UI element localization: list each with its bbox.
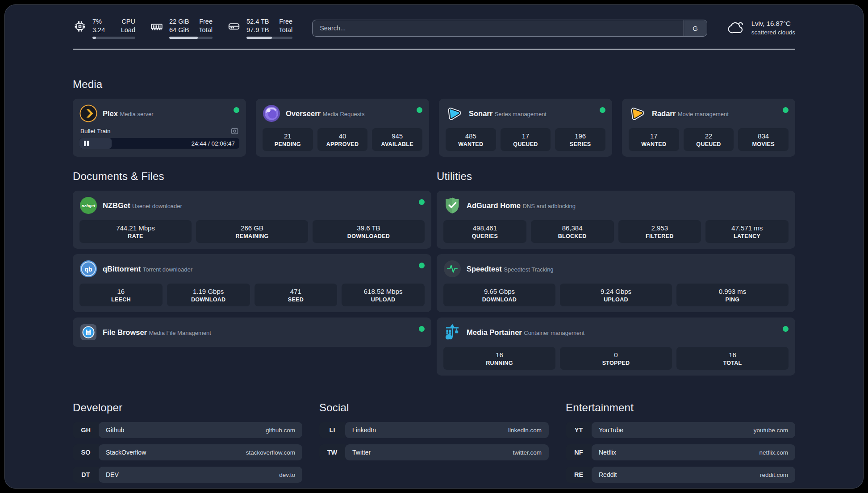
app-subtitle: DNS and adblocking: [522, 203, 576, 209]
now-playing-title: Bullet Train: [80, 128, 111, 134]
memory-icon: [150, 19, 164, 33]
stat-tile: 21 PENDING: [263, 128, 313, 151]
storage-widget: 52.4 TB 97.9 TB Free Total: [227, 17, 292, 39]
app-title: Radarr: [652, 109, 676, 117]
playback-progress-bar[interactable]: 24:44 / 02:06:47: [79, 138, 239, 149]
section-title-social: Social: [319, 401, 549, 414]
cloud-icon: [727, 19, 746, 38]
app-title: NZBGet: [103, 201, 130, 209]
stat-tile: 17 WANTED: [629, 128, 679, 151]
link-youtube[interactable]: YT YouTube youtube.com: [566, 422, 795, 438]
filebrowser-icon: [79, 323, 97, 341]
qbittorrent-icon: qb: [79, 260, 97, 278]
app-card-plex[interactable]: Plex Media server Bullet Train: [73, 99, 246, 157]
status-dot: [783, 326, 789, 332]
link-name: Twitter: [352, 449, 371, 456]
app-subtitle: Media File Management: [149, 330, 211, 336]
status-dot: [419, 326, 425, 332]
storage-total-value: 97.9 TB: [246, 26, 269, 34]
app-card-qbittorrent[interactable]: qb qBittorrent Torrent downloader 16: [73, 254, 431, 312]
link-name: StackOverflow: [106, 449, 146, 456]
link-abbr: YT: [566, 422, 592, 438]
section-media: Media Plex Media server: [73, 78, 795, 157]
svg-text:nzbget: nzbget: [82, 203, 96, 208]
app-subtitle: Torrent downloader: [143, 266, 192, 273]
stat-tile: 9.24 Gbps UPLOAD: [560, 284, 672, 306]
app-card-portainer[interactable]: Media Portainer Container management 16 …: [437, 318, 795, 376]
link-name: Github: [106, 426, 124, 434]
search-engine-button[interactable]: G: [684, 20, 707, 36]
stat-tile: 16 LEECH: [79, 284, 163, 306]
overseerr-icon: [263, 104, 280, 122]
speedtest-icon: [443, 260, 461, 278]
stat-tile: 9.65 Gbps DOWNLOAD: [443, 284, 555, 306]
pause-icon[interactable]: [84, 141, 89, 146]
storage-total-label: Total: [279, 26, 293, 34]
stat-tile: 16 TOTAL: [676, 347, 789, 370]
app-card-adguard[interactable]: AdGuard Home DNS and adblocking 498,461 …: [437, 191, 795, 249]
section-title-entertainment: Entertainment: [566, 401, 795, 414]
stat-tile: 471 SEED: [255, 284, 338, 306]
status-dot: [600, 107, 605, 113]
stat-tile: 39.6 TB DOWNLOADED: [313, 220, 425, 243]
section-entertainment: Entertainment YT YouTube youtube.com NF …: [566, 401, 795, 489]
sonarr-icon: [446, 104, 463, 122]
link-netflix[interactable]: NF Netflix netflix.com: [566, 444, 795, 460]
link-abbr: SO: [73, 444, 99, 460]
section-developer: Developer GH Github github.com SO StackO…: [73, 401, 302, 489]
system-widgets: 7% 3.24 CPU Load: [73, 17, 292, 39]
app-title: Sonarr: [469, 109, 492, 117]
app-card-overseerr[interactable]: Overseerr Media Requests 21 PENDING 40 A…: [256, 99, 429, 157]
app-card-radarr[interactable]: Radarr Movie management 17 WANTED 22 QUE…: [622, 99, 795, 157]
top-bar: 7% 3.24 CPU Load: [73, 17, 795, 39]
memory-progress-bar: [169, 37, 213, 39]
section-title-developer: Developer: [73, 401, 302, 414]
search-bar: G: [312, 20, 707, 37]
search-input[interactable]: [313, 20, 684, 36]
app-subtitle: Media Requests: [322, 111, 364, 117]
link-linkedin[interactable]: LI LinkedIn linkedin.com: [319, 422, 549, 438]
link-dev[interactable]: DT DEV dev.to: [73, 467, 302, 483]
link-stackoverflow[interactable]: SO StackOverflow stackoverflow.com: [73, 444, 302, 460]
app-subtitle: Speedtest Tracking: [504, 266, 553, 273]
app-title: Speedtest: [467, 265, 502, 273]
status-dot: [234, 107, 239, 113]
link-url: github.com: [266, 427, 295, 434]
memory-total-value: 64 GiB: [169, 26, 189, 34]
link-url: twitter.com: [513, 449, 542, 456]
status-dot: [783, 107, 789, 113]
cast-icon[interactable]: [231, 127, 238, 135]
dashboard: 7% 3.24 CPU Load: [4, 4, 864, 489]
app-subtitle: Media server: [120, 111, 153, 117]
app-card-speedtest[interactable]: Speedtest Speedtest Tracking 9.65 Gbps D…: [437, 254, 795, 312]
stat-tile: 0.993 ms PING: [676, 284, 789, 306]
stat-tile: 945 AVAILABLE: [372, 128, 422, 151]
disk-icon: [227, 19, 241, 33]
svg-text:qb: qb: [84, 266, 92, 273]
app-card-sonarr[interactable]: Sonarr Series management 485 WANTED 17 Q…: [439, 99, 612, 157]
app-subtitle: Usenet downloader: [132, 203, 182, 209]
storage-free-value: 52.4 TB: [246, 17, 269, 26]
app-card-nzbget[interactable]: nzbget NZBGet Usenet downloader 744.21 M…: [73, 191, 431, 249]
section-documents: Documents & Files nzbget NZBGet Usenet d…: [73, 170, 431, 347]
stat-tile: 47.571 ms LATENCY: [705, 220, 789, 243]
stat-tile: 17 QUEUED: [501, 128, 551, 151]
status-dot: [417, 107, 422, 113]
app-card-filebrowser[interactable]: File Browser Media File Management: [73, 318, 431, 347]
link-twitter[interactable]: TW Twitter twitter.com: [319, 444, 549, 460]
stat-tile: 1.19 Gbps DOWNLOAD: [167, 284, 250, 306]
link-url: youtube.com: [754, 427, 788, 434]
section-title-utilities: Utilities: [437, 170, 795, 183]
link-url: stackoverflow.com: [246, 449, 295, 456]
link-abbr: RE: [566, 467, 592, 483]
app-subtitle: Series management: [495, 111, 547, 117]
section-utilities: Utilities AdGuard Home DNS: [437, 170, 795, 376]
app-title: Plex: [103, 109, 118, 117]
playback-time: 24:44 / 02:06:47: [191, 140, 235, 147]
link-name: LinkedIn: [352, 426, 376, 434]
link-reddit[interactable]: RE Reddit reddit.com: [566, 467, 795, 483]
stat-tile: 196 SERIES: [555, 128, 605, 151]
section-title-documents: Documents & Files: [73, 170, 431, 183]
link-name: YouTube: [599, 426, 623, 434]
link-github[interactable]: GH Github github.com: [73, 422, 302, 438]
